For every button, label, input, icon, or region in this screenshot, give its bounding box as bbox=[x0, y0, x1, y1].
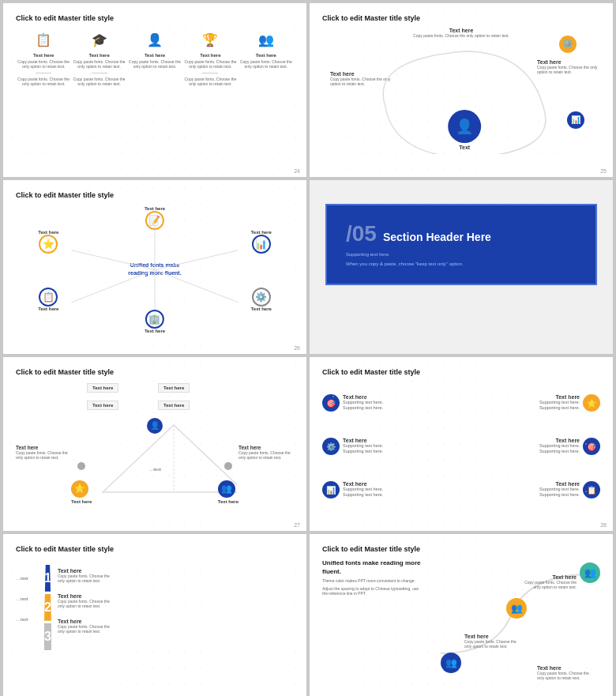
right-support-3b: Supporting text here. bbox=[464, 492, 580, 498]
radial-bl-icon: 📋 bbox=[39, 288, 58, 307]
right-item-p2: Text here Copy paste fonts. Choose the o… bbox=[58, 593, 113, 609]
svg-line-3 bbox=[71, 269, 155, 302]
radial-right: Text here 📊 bbox=[251, 230, 272, 254]
right-support-1a: Supporting text here. bbox=[464, 400, 580, 405]
section-num: /05 bbox=[346, 221, 377, 246]
sub-text-1: Theme color makes PPT more convenient to… bbox=[322, 578, 425, 584]
bl-icon: ⭐ bbox=[71, 480, 88, 498]
right-item-3: Text here Supporting text here. Supporti… bbox=[464, 481, 600, 498]
icon-5: 👥 bbox=[255, 29, 277, 51]
slide-3-num: 26 bbox=[294, 345, 300, 351]
slide-2-arc-tr: ⚙️ bbox=[559, 36, 577, 55]
right-icon-1: ⭐ bbox=[583, 394, 600, 412]
slide-6-num: 28 bbox=[600, 522, 607, 528]
left-icon-1: 🎯 bbox=[322, 394, 340, 412]
timeline-node-3: 👥 bbox=[580, 562, 600, 583]
right-label-3: Text here bbox=[464, 481, 580, 487]
icon-2: 🎓 bbox=[88, 29, 111, 51]
pyramid-num-3: 3 bbox=[44, 630, 51, 644]
left-item-1: 🎯 Text here Supporting text here. Suppor… bbox=[322, 394, 458, 412]
slide-3: Click to edit Master title style Unified… bbox=[3, 180, 306, 354]
right-label-1: Text here bbox=[464, 394, 580, 400]
radial-bottom: 🏢 Text here bbox=[145, 310, 165, 333]
pyramid-layout: …text …text …text 1 bbox=[16, 565, 113, 650]
radial-left: Text here ⭐ bbox=[38, 230, 58, 254]
t-icon-2: 👥 bbox=[506, 598, 527, 619]
icon-4-extra: Copy paste fonts. Choose the only option… bbox=[182, 77, 238, 87]
left-text-1: Text here Supporting text here. Supporti… bbox=[343, 394, 383, 411]
section-header-row: /05 Section Header Here bbox=[346, 221, 577, 246]
slide-1-title: Click to edit Master title style bbox=[16, 14, 294, 23]
left-text-3: Text here Supporting text here. Supporti… bbox=[343, 481, 383, 498]
radial-top: Text here 📝 bbox=[145, 206, 165, 230]
icon-3: 👤 bbox=[144, 29, 166, 51]
right-item-2: Text here Supporting text here. Supporti… bbox=[464, 438, 600, 455]
node-3-text: Text here Copy paste fonts. Choose the o… bbox=[521, 574, 577, 590]
svg-marker-6 bbox=[103, 425, 237, 492]
pyramid-level-3: 3 bbox=[44, 623, 51, 650]
r-desc-2: Copy paste fonts. Choose the only option… bbox=[58, 599, 113, 609]
radial-right-icon: 📊 bbox=[252, 235, 271, 254]
slide-6-right: Text here Supporting text here. Supporti… bbox=[464, 382, 600, 512]
radial-br-label: Text here bbox=[251, 307, 272, 311]
sub-text-2: Adjust the spacing to adapt to Chinese t… bbox=[322, 586, 425, 596]
radial-top-icon: 📝 bbox=[145, 211, 164, 230]
right-text-3: Text here Supporting text here. Supporti… bbox=[464, 481, 580, 498]
left-item-2: ⚙️ Text here Supporting text here. Suppo… bbox=[322, 438, 458, 455]
right-item-p1: Text here Copy paste fonts. Choose the o… bbox=[58, 568, 113, 584]
gray-dot-right bbox=[224, 462, 232, 470]
gray-dot-left bbox=[77, 462, 85, 470]
left-support-2b: Supporting text here. bbox=[343, 449, 383, 454]
left-label-1: …text bbox=[16, 576, 38, 581]
right-support-3a: Supporting text here. bbox=[464, 487, 580, 492]
slide-2: Click to edit Master title style Text he… bbox=[310, 3, 613, 177]
slide-1: Click to edit Master title style 📋 Text … bbox=[3, 3, 306, 177]
pyramid-level-1: 1 bbox=[44, 565, 51, 592]
arc-icon-br: 📊 bbox=[567, 111, 584, 129]
icon-4-desc: Copy paste fonts. Choose the only option… bbox=[182, 59, 238, 70]
section-sub1: Supporting text here. bbox=[346, 251, 577, 258]
slide-8-timeline: 👥 👥 👥 Text here Copy paste fonts. Choose… bbox=[433, 559, 600, 681]
timeline-node-2: 👥 bbox=[506, 598, 527, 619]
r-desc-1: Copy paste fonts. Choose the only option… bbox=[58, 574, 113, 584]
pyramid-shape-1: 1 bbox=[44, 565, 51, 592]
slide-4-blue-box: /05 Section Header Here Supporting text … bbox=[325, 204, 597, 285]
right-support-2a: Supporting text here. bbox=[464, 443, 580, 449]
sep-1 bbox=[36, 73, 51, 73]
r-label-1: Text here bbox=[58, 568, 113, 574]
slide-6-left: 🎯 Text here Supporting text here. Suppor… bbox=[322, 382, 458, 512]
pyramid-shapes: 1 2 3 bbox=[44, 565, 51, 650]
sep-2 bbox=[92, 73, 107, 73]
slide-2-text-here: Text here bbox=[413, 28, 509, 33]
radial-left-icon: ⭐ bbox=[39, 235, 58, 254]
side-right: Text here Copy paste fonts. Choose the o… bbox=[239, 445, 294, 461]
pyramid-num-1: 1 bbox=[44, 571, 51, 585]
right-item-1: Text here Supporting text here. Supporti… bbox=[464, 394, 600, 412]
left-support-3a: Supporting text here. bbox=[343, 487, 383, 492]
icon-item-4: 🏆 Text here Copy paste fonts. Choose the… bbox=[182, 29, 238, 87]
textbox-2: Text here bbox=[158, 383, 190, 393]
svg-line-2 bbox=[155, 250, 239, 270]
node-bottom-text: Text here Copy paste fonts. Choose the o… bbox=[537, 665, 592, 681]
right-label-2: Text here bbox=[464, 438, 580, 443]
left-label-3: …text bbox=[16, 617, 38, 622]
slide-2-arc-br: 📊 bbox=[567, 111, 584, 130]
left-icon-2: ⚙️ bbox=[322, 438, 340, 455]
left-label-1: Text here bbox=[343, 394, 383, 400]
icon-item-5: 👥 Text here Copy paste fonts. Choose the… bbox=[239, 29, 294, 70]
slide-1-icons: 📋 Text here Copy paste fonts. Choose the… bbox=[16, 29, 294, 87]
bottom-right-node: 👥 Text here bbox=[218, 480, 239, 504]
pyramid-right-labels: Text here Copy paste fonts. Choose the o… bbox=[58, 565, 113, 634]
icon-4-label: Text here bbox=[200, 53, 220, 58]
pyramid-left-labels: …text …text …text bbox=[16, 565, 38, 622]
dot-text: …text bbox=[148, 467, 161, 472]
pyramid-num-2: 2 bbox=[44, 600, 51, 615]
slide-5-content: Text here Text here Text here Text here … bbox=[16, 382, 294, 512]
t-icon-1: 👥 bbox=[441, 653, 461, 673]
icon-5-label: Text here bbox=[256, 53, 276, 58]
node-1-label: Text here bbox=[464, 634, 520, 639]
br-label: Text here bbox=[218, 499, 239, 504]
right-support-2b: Supporting text here. bbox=[464, 449, 580, 454]
arc-icon-tr: ⚙️ bbox=[559, 36, 577, 53]
node-1-text: Text here Copy paste fonts. Choose the o… bbox=[464, 634, 520, 649]
